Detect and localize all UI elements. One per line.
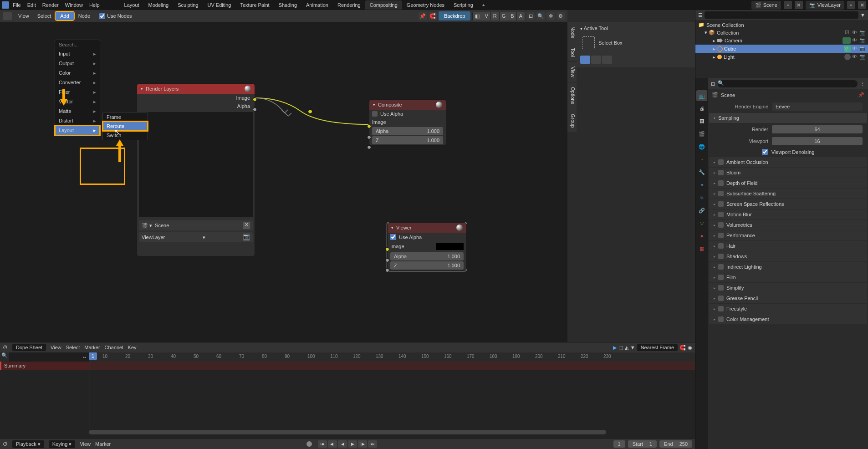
dopesheet-body[interactable]: Summary	[0, 362, 695, 430]
cube-row[interactable]: ▸ Cube▽👁📷	[695, 45, 868, 53]
new-viewlayer-button[interactable]: ▫	[847, 1, 855, 9]
section-performance[interactable]: ▸Performance	[709, 230, 867, 240]
channel-r[interactable]: R	[490, 12, 499, 20]
eye-icon[interactable]: 👁	[852, 30, 858, 36]
tab-physics[interactable]: ⚛	[696, 192, 707, 203]
use-alpha-row[interactable]: Use Alpha	[369, 110, 446, 118]
viewlayer-selector[interactable]: 📷 ViewLayer	[806, 1, 844, 10]
scrollbar-thumb[interactable]	[89, 430, 606, 434]
menu-render[interactable]: Render	[42, 2, 59, 8]
section-grease-pencil[interactable]: ▸Grease Pencil	[709, 293, 867, 303]
keying-dropdown[interactable]: Keying ▾	[49, 440, 76, 448]
mode-dropdown[interactable]: Dope Sheet	[12, 344, 46, 351]
use-alpha-row[interactable]: Use Alpha	[388, 233, 466, 241]
node-header[interactable]: ▾Render Layers	[137, 84, 255, 94]
tab-object[interactable]: ▫	[696, 154, 707, 165]
checkbox-icon[interactable]	[372, 111, 378, 117]
search-icon[interactable]: 🔍	[0, 352, 9, 362]
play-reverse-button[interactable]: ◀	[338, 440, 347, 448]
tab-animation[interactable]: Animation	[301, 0, 333, 10]
menu-select[interactable]: Select	[66, 345, 80, 350]
tab-group[interactable]: Group	[567, 109, 577, 133]
section-screen-space-reflections[interactable]: ▸Screen Space Reflections	[709, 199, 867, 209]
jump-start-button[interactable]: ⏮	[318, 440, 327, 448]
menu-channel[interactable]: Channel	[105, 345, 123, 350]
node-header[interactable]: ▾Viewer	[388, 223, 466, 233]
tab-output[interactable]: 🖨	[696, 103, 707, 114]
socket-z-in[interactable]	[367, 145, 371, 149]
channel-a[interactable]: A	[516, 12, 525, 20]
eye-icon[interactable]: 👁	[852, 46, 858, 51]
use-alpha-checkbox[interactable]	[390, 234, 396, 240]
menu-view[interactable]: View	[51, 345, 61, 350]
tab-mesh[interactable]: ▽	[696, 218, 707, 229]
tab-constraint[interactable]: 🔗	[696, 205, 707, 216]
tab-viewlayer[interactable]: 🖼	[696, 116, 707, 127]
snap-icon[interactable]: 🧲	[429, 12, 437, 20]
menu-matte[interactable]: Matte▸	[55, 107, 100, 116]
viewer-node[interactable]: ▾Viewer Use Alpha Image Alpha1.000 Z1.00…	[387, 222, 467, 271]
timeline-ruler[interactable]: 🔍 ↔ 1 1020304050607080901001101201301401…	[0, 352, 695, 362]
new-scene-button[interactable]: ▫	[784, 1, 792, 9]
playback-dropdown[interactable]: Playback ▾	[12, 440, 44, 448]
snap-icon[interactable]: 🧲	[679, 345, 686, 351]
composite-node[interactable]: ▾Composite Use Alpha Image Alpha1.000 Z1…	[369, 99, 446, 146]
search-row[interactable]: Search...	[55, 40, 100, 49]
play-button[interactable]: ▶	[348, 440, 357, 448]
section-color-management[interactable]: ▸Color Management	[709, 314, 867, 324]
menu-output[interactable]: Output▸	[55, 59, 100, 68]
tab-options[interactable]: Options	[567, 82, 577, 109]
reroute-node[interactable]	[308, 109, 312, 114]
alpha-input[interactable]: Alpha1.000	[372, 127, 443, 135]
zoom-fit-icon[interactable]: ⊡	[526, 12, 535, 20]
use-nodes-checkbox[interactable]	[99, 13, 105, 19]
scene-name[interactable]: Scene	[721, 92, 735, 98]
section-hair[interactable]: ▸Hair	[709, 241, 867, 251]
tab-texpaint[interactable]: Texture Paint	[235, 0, 274, 10]
summary-channel[interactable]: Summary	[0, 362, 89, 370]
render-samples-input[interactable]: 64	[772, 125, 863, 133]
tab-node[interactable]: Node	[567, 22, 577, 43]
tab-scripting[interactable]: Scripting	[449, 0, 478, 10]
section-shadows[interactable]: ▸Shadows	[709, 251, 867, 261]
mode-2[interactable]	[591, 56, 601, 64]
tab-modeling[interactable]: Modeling	[144, 0, 174, 10]
exclude-icon[interactable]: ☑	[845, 30, 851, 36]
tab-render[interactable]: 📺	[696, 90, 707, 101]
camera-row[interactable]: ▸ Camera👁📷	[695, 36, 868, 45]
channel-b[interactable]: B	[508, 12, 516, 20]
collapse-icon[interactable]: ▾	[391, 225, 393, 230]
tab-particle[interactable]: ✦	[696, 179, 707, 190]
channel-v[interactable]: V	[482, 12, 490, 20]
section-freestyle[interactable]: ▸Freestyle	[709, 304, 867, 314]
viewport-samples-input[interactable]: 16	[772, 137, 863, 145]
autokey-toggle[interactable]	[306, 441, 312, 447]
render-engine-dropdown[interactable]: Eevee	[772, 102, 863, 111]
node-header[interactable]: ▾Composite	[369, 100, 446, 110]
section-depth-of-field[interactable]: ▸Depth of Field	[709, 178, 867, 188]
editor-type-icon[interactable]: ⏱	[3, 345, 8, 350]
options-icon[interactable]: ⚙	[557, 12, 565, 20]
scene-field[interactable]: 🎬 ▾ Scene✕	[139, 220, 253, 230]
menu-color[interactable]: Color▸	[55, 68, 100, 78]
editor-type-icon[interactable]	[3, 12, 12, 20]
menu-converter[interactable]: Converter▸	[55, 78, 100, 87]
keyframe-next-button[interactable]: |▶	[358, 440, 367, 448]
submenu-reroute[interactable]: Reroute	[103, 122, 148, 131]
menu-input[interactable]: Input▸	[55, 49, 100, 59]
section-indirect-lighting[interactable]: ▸Indirect Lighting	[709, 262, 867, 272]
tab-geonodes[interactable]: Geometry Nodes	[402, 0, 449, 10]
eye-icon[interactable]: 👁	[852, 54, 858, 60]
socket-alpha-in[interactable]	[367, 135, 371, 139]
keyframe-prev-button[interactable]: ◀|	[328, 440, 337, 448]
section-simplify[interactable]: ▸Simplify	[709, 283, 867, 293]
tab-add[interactable]: +	[478, 0, 490, 10]
current-frame-indicator[interactable]: 1	[89, 352, 97, 360]
delete-scene-button[interactable]: ✕	[795, 1, 803, 9]
zoom-in-icon[interactable]: 🔍	[536, 12, 545, 20]
camera-data-icon[interactable]	[842, 37, 851, 44]
tab-tool[interactable]: Tool	[567, 43, 577, 62]
tab-layout[interactable]: Layout	[120, 0, 144, 10]
menu-node[interactable]: Node	[75, 12, 94, 20]
delete-viewlayer-button[interactable]: ✕	[858, 1, 866, 9]
